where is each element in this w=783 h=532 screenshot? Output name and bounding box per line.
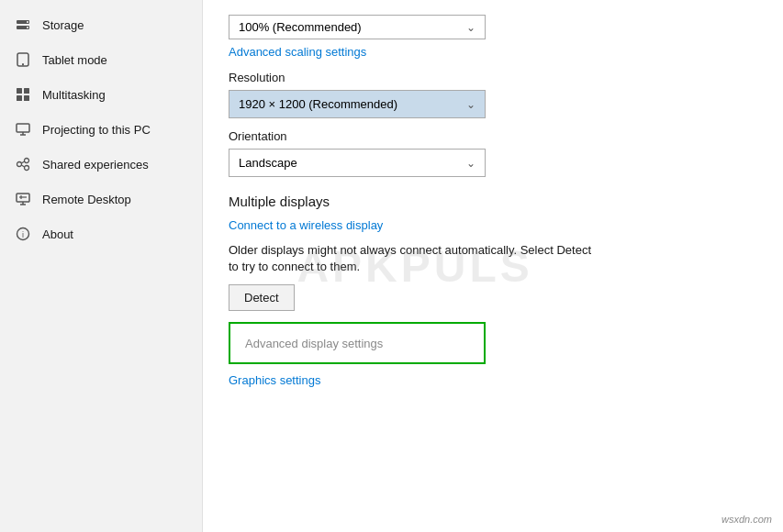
svg-point-14 (25, 159, 29, 163)
svg-point-3 (27, 27, 28, 28)
sidebar-item-storage-label: Storage (42, 18, 84, 32)
shared-icon (15, 156, 31, 172)
sidebar-item-projecting-label: Projecting to this PC (42, 123, 151, 137)
orientation-dropdown[interactable]: Landscape ⌄ (229, 149, 486, 177)
svg-text:i: i (22, 230, 24, 239)
about-icon: i (15, 226, 31, 242)
advanced-display-box[interactable]: Advanced display settings (229, 322, 486, 364)
resolution-group: Resolution 1920 × 1200 (Recommended) ⌄ (229, 71, 754, 118)
sidebar-item-about[interactable]: i About (0, 216, 202, 251)
svg-rect-10 (17, 124, 29, 132)
multiple-displays-title: Multiple displays (229, 194, 754, 209)
scale-value: 100% (Recommended) (239, 20, 362, 34)
sidebar-item-remote-desktop[interactable]: Remote Desktop (0, 182, 202, 216)
branding: wsxdn.com (721, 514, 772, 525)
svg-line-16 (21, 161, 24, 163)
multiple-displays-group: Multiple displays Connect to a wireless … (229, 194, 754, 311)
detect-button[interactable]: Detect (229, 284, 295, 311)
svg-point-2 (27, 21, 28, 23)
advanced-display-label: Advanced display settings (245, 337, 383, 350)
svg-line-17 (21, 165, 24, 167)
svg-point-13 (17, 162, 22, 167)
remote-icon (15, 191, 31, 207)
scale-dropdown-arrow: ⌄ (466, 21, 475, 34)
sidebar-item-about-label: About (42, 227, 73, 241)
sidebar-item-projecting[interactable]: Projecting to this PC (0, 112, 202, 147)
tablet-icon (15, 51, 31, 68)
sidebar-item-tablet-label: Tablet mode (42, 53, 107, 67)
sidebar: Storage Tablet mode Multitasking Project… (0, 0, 202, 532)
sidebar-item-storage[interactable]: Storage (0, 7, 202, 42)
sidebar-item-shared-label: Shared experiences (42, 158, 149, 172)
advanced-scaling-link[interactable]: Advanced scaling settings (229, 45, 366, 59)
svg-point-15 (25, 166, 29, 171)
scale-group: 100% (Recommended) ⌄ Advanced scaling se… (229, 15, 754, 60)
sidebar-item-remote-label: Remote Desktop (42, 193, 131, 206)
orientation-group: Orientation Landscape ⌄ (229, 129, 754, 177)
svg-rect-6 (17, 88, 22, 94)
multitask-icon (15, 86, 31, 103)
svg-rect-9 (24, 95, 29, 101)
sidebar-item-shared-experiences[interactable]: Shared experiences (0, 147, 202, 182)
info-text: Older displays might not always connect … (229, 242, 596, 275)
resolution-label: Resolution (229, 71, 754, 84)
sidebar-item-multitasking[interactable]: Multitasking (0, 77, 202, 112)
connect-wireless-link[interactable]: Connect to a wireless display (229, 218, 383, 232)
main-content: 100% (Recommended) ⌄ Advanced scaling se… (202, 0, 783, 532)
orientation-label: Orientation (229, 129, 754, 143)
resolution-dropdown-arrow: ⌄ (466, 98, 475, 111)
graphics-settings-link[interactable]: Graphics settings (229, 373, 320, 387)
orientation-value: Landscape (239, 156, 297, 170)
resolution-dropdown[interactable]: 1920 × 1200 (Recommended) ⌄ (229, 90, 486, 118)
storage-icon (15, 17, 31, 33)
sidebar-item-tablet-mode[interactable]: Tablet mode (0, 42, 202, 77)
orientation-dropdown-arrow: ⌄ (466, 157, 475, 170)
svg-rect-8 (17, 95, 22, 101)
scale-dropdown[interactable]: 100% (Recommended) ⌄ (229, 15, 486, 39)
svg-rect-7 (24, 88, 29, 94)
sidebar-item-multitasking-label: Multitasking (42, 88, 106, 102)
resolution-value: 1920 × 1200 (Recommended) (239, 97, 397, 111)
projecting-icon (15, 121, 31, 138)
